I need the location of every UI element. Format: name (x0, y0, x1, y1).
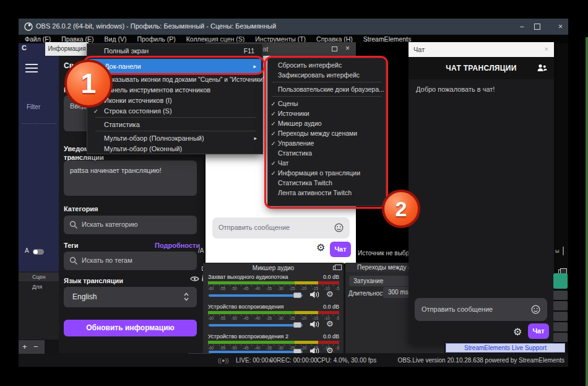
control-button-fragment[interactable] (553, 291, 568, 300)
chat-dock-close-icon[interactable]: × (545, 45, 548, 53)
menu-profile[interactable]: Профиль (P) (137, 35, 175, 43)
category-search-input[interactable]: Искать категорию (64, 216, 197, 234)
chat-dock-titlebar[interactable]: Чат × (409, 42, 554, 57)
tags-search-input[interactable]: Искать по тегам (64, 252, 197, 270)
screenshot-root: OBS 26.0.2 (64-bit, windows) - Профиль: … (0, 0, 588, 386)
teal-button-fragment[interactable] (553, 273, 568, 289)
duration-value: 300 ms (388, 289, 409, 296)
hotkeys-fragment-label: ы (555, 248, 559, 254)
notify-textarea[interactable]: pattsa начинает трансляцию! (64, 160, 197, 196)
tab-information[interactable]: Информация (45, 42, 89, 56)
volume-slider[interactable] (209, 324, 303, 327)
language-select[interactable]: English (64, 287, 197, 307)
remove-scene-button[interactable]: − (33, 342, 38, 351)
update-info-button[interactable]: Обновить информацию (64, 320, 197, 336)
search-icon (69, 221, 78, 229)
menu-item-show-dock-icons[interactable]: Показывать иконки под доками "Сцены" и "… (88, 74, 262, 85)
menu-streamelements[interactable]: StreamElements (363, 35, 412, 43)
speaker-icon[interactable] (309, 320, 320, 328)
meter-scale: -60 -55 -50 -45 -40 -35 -30 -25 -20 -15 … (208, 316, 339, 320)
add-scene-button[interactable]: + (22, 342, 27, 351)
rec-dot-icon: ● (269, 357, 272, 364)
channel-settings-gear-icon[interactable]: ⚙ (326, 319, 334, 328)
mixer-channel-1: Захват выходного аудиопотока 0.0 dB -60 … (203, 273, 344, 303)
menu-item-label: Мульти-обзор (Полноэкранный) (104, 134, 204, 142)
emoji-icon[interactable] (334, 223, 344, 232)
menu-item-label: Полный экран (104, 47, 149, 55)
channel-level: 0.0 dB (323, 304, 339, 310)
mixer-channel-3: Устройство воспроизведения 2 0.0 dB -60 … (203, 333, 344, 353)
control-button-fragment[interactable] (553, 333, 568, 342)
float-message-input[interactable]: Отправить сообщение (212, 217, 350, 239)
annotation-ring-submenu (264, 56, 388, 209)
menu-item-multiview-fullscreen[interactable]: Мульти-обзор (Полноэкранный) ▸ (88, 133, 262, 144)
menu-item-label: Мульти-обзор (Оконный) (104, 145, 182, 152)
emoji-icon[interactable] (531, 305, 540, 314)
control-button-fragment[interactable] (553, 312, 568, 321)
viewers-icon[interactable] (537, 63, 548, 72)
menu-view[interactable]: Вид (V) (105, 35, 127, 43)
menu-item-label: Иконки источников (I) (104, 97, 172, 104)
minimize-button[interactable]: − (512, 19, 531, 35)
chat-dock: Чат × ЧАТ ТРАНСЛЯЦИИ Добро пожаловать в … (409, 42, 554, 344)
float-restore-icon[interactable] (332, 46, 337, 51)
menu-item-label: Панель инструментов источников (104, 86, 210, 94)
hamburger-menu-icon[interactable] (25, 64, 38, 72)
mixer-channel-2: Устройство воспроизведения 0.0 dB -60 -5… (203, 303, 344, 333)
support-link-text[interactable]: StreamElements Live Support (446, 344, 564, 351)
language-label: Язык трансляции (64, 277, 123, 284)
scene-row-label[interactable]: Сцен (32, 274, 46, 280)
volume-slider-handle[interactable] (293, 349, 301, 353)
channel-level: 0.0 dB (323, 274, 339, 280)
window-title: OBS 26.0.2 (64-bit, windows) - Профиль: … (36, 22, 276, 30)
volume-slider-handle[interactable] (293, 292, 301, 298)
control-button-fragment[interactable] (553, 322, 568, 331)
menu-item-label: Статистика (104, 121, 140, 128)
submenu-arrow-icon: ▸ (254, 135, 262, 141)
annotation-step-2: 2 (382, 190, 420, 228)
menu-item-multiview-windowed[interactable]: Мульти-обзор (Оконный) (88, 143, 262, 154)
support-link-bar[interactable]: StreamElements Live Support (446, 343, 565, 353)
notify-value: pattsa начинает трансляцию! (70, 167, 162, 174)
maximize-button[interactable] (534, 24, 540, 30)
menu-item-label: Показывать иконки под доками "Сцены" и "… (104, 76, 265, 83)
chat-send-button[interactable]: Чат (528, 323, 549, 339)
float-message-placeholder: Отправить сообщение (218, 224, 290, 231)
chevron-up-down-icon (183, 292, 189, 302)
volume-meter (208, 311, 339, 314)
transition-value: Затухание (353, 278, 383, 284)
menu-item-status-bar[interactable]: ✓Строка состояния (S) (88, 105, 262, 116)
volume-meter (208, 281, 339, 284)
volume-slider-handle[interactable] (293, 322, 301, 328)
volume-meter (208, 341, 339, 344)
toggle-switch[interactable] (33, 249, 44, 255)
sidebar-c-label: C (22, 44, 27, 51)
menu-item-stats[interactable]: Статистика (88, 119, 262, 130)
channel-settings-gear-icon[interactable]: ⚙ (326, 289, 334, 299)
speaker-icon[interactable] (309, 291, 320, 299)
speaker-icon[interactable] (309, 347, 320, 353)
chat-settings-gear-icon[interactable]: ⚙ (513, 326, 522, 338)
close-button[interactable]: × (553, 19, 568, 35)
float-close-icon[interactable]: × (345, 44, 350, 53)
chat-message-input[interactable]: Отправить сообщение (415, 298, 547, 321)
float-chat-settings-gear-icon[interactable]: ⚙ (316, 242, 325, 253)
menu-item-fullscreen[interactable]: Полный экран F11 (88, 45, 262, 56)
mixer-popout-icon[interactable] (333, 266, 339, 270)
control-button-fragment[interactable] (553, 301, 568, 310)
scene-row2-label[interactable]: Для (32, 284, 42, 290)
filter-label[interactable]: Filter (27, 103, 40, 110)
eye-icon[interactable] (190, 276, 199, 282)
volume-slider[interactable] (209, 294, 303, 297)
live-signal-icon: ((●)) (218, 357, 228, 364)
channel-settings-gear-icon[interactable]: ⚙ (326, 346, 334, 353)
rec-status: REC: 00:00:00 (277, 357, 318, 364)
title-bar[interactable]: OBS 26.0.2 (64-bit, windows) - Профиль: … (19, 19, 568, 35)
scrollbar-fragment[interactable] (563, 247, 564, 255)
details-link[interactable]: Подробности (155, 242, 200, 249)
float-chat-send-button[interactable]: Чат (330, 242, 351, 257)
menu-item-source-icons[interactable]: ✓Иконки источников (I) (88, 95, 262, 106)
menu-item-source-toolbar[interactable]: Панель инструментов источников (88, 84, 262, 95)
menu-separator (95, 117, 256, 118)
volume-slider[interactable] (209, 351, 303, 353)
